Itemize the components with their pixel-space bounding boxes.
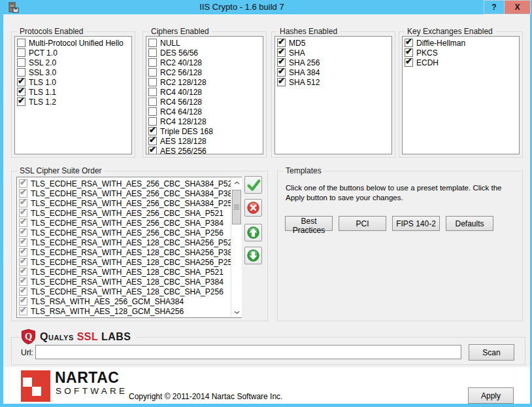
suite-row[interactable]: TLS_ECDHE_RSA_WITH_AES_256_CBC_SHA_P384: [17, 218, 230, 228]
key-exchanges-group: Key Exchanges Enabled Diffie-Hellman PKC…: [399, 31, 523, 158]
scroll-up-icon[interactable]: [231, 177, 242, 188]
scrollbar-thumb[interactable]: [232, 190, 241, 224]
key-exchange-row[interactable]: PKCS: [403, 48, 519, 58]
suite-row[interactable]: TLS_ECDHE_RSA_WITH_AES_128_CBC_SHA256_P2…: [17, 257, 230, 267]
close-button[interactable]: X: [504, 0, 531, 14]
cipher-row[interactable]: AES 256/256: [146, 146, 263, 154]
protocol-row[interactable]: TLS 1.1: [15, 87, 131, 97]
url-input[interactable]: [35, 345, 461, 359]
checkbox[interactable]: [148, 88, 157, 96]
key-exchange-row[interactable]: ECDH: [403, 58, 519, 67]
suite-label: TLS_ECDHE_RSA_WITH_AES_256_CBC_SHA_P521: [31, 209, 224, 218]
hash-row[interactable]: MD5: [275, 38, 391, 48]
cipher-row[interactable]: AES 128/128: [146, 136, 263, 146]
protocol-row[interactable]: SSL 3.0: [15, 67, 131, 77]
cipher-row[interactable]: RC2 40/128: [146, 58, 263, 67]
svg-text:Q: Q: [25, 331, 32, 342]
apply-button[interactable]: Apply: [468, 387, 514, 404]
cipher-row[interactable]: RC2 56/128: [146, 67, 263, 77]
checkbox[interactable]: [148, 68, 157, 77]
checkbox[interactable]: [148, 78, 157, 86]
suite-row[interactable]: TLS_ECDHE_RSA_WITH_AES_128_CBC_SHA_P521: [17, 267, 230, 277]
suite-row[interactable]: TLS_ECDHE_RSA_WITH_AES_256_CBC_SHA_P521: [17, 208, 230, 218]
cipher-row[interactable]: RC2 128/128: [146, 77, 263, 87]
checkbox-label: DES 56/56: [160, 48, 198, 58]
title-bar[interactable]: IIS Crypto - 1.6 build 7 ? X: [0, 0, 532, 14]
suite-row[interactable]: TLS_ECDHE_RSA_WITH_AES_256_CBC_SHA_P256: [17, 228, 230, 238]
checkbox[interactable]: [17, 97, 25, 106]
template-button[interactable]: FIPS 140-2: [392, 216, 440, 231]
key-exchange-row[interactable]: Diffie-Hellman: [403, 38, 519, 48]
checkbox-label: SHA 384: [289, 68, 320, 77]
move-down-button[interactable]: [244, 247, 262, 264]
hash-row[interactable]: SHA 512: [275, 77, 391, 87]
key-exchanges-list: Diffie-Hellman PKCS ECDH: [402, 36, 520, 154]
checkbox[interactable]: [17, 39, 25, 47]
checkbox[interactable]: [17, 48, 25, 57]
protocol-row[interactable]: SSL 2.0: [15, 58, 131, 67]
hashes-group: Hashes Enabled MD5 SHA SHA 25: [271, 31, 395, 158]
suite-row[interactable]: TLS_ECDHE_RSA_WITH_AES_128_CBC_SHA256_P5…: [17, 238, 230, 247]
protocols-group-label: Protocols Enabled: [17, 27, 86, 36]
protocol-row[interactable]: TLS 1.0: [15, 77, 131, 87]
suite-label: TLS_ECDHE_RSA_WITH_AES_128_CBC_SHA256_P2…: [31, 258, 237, 267]
checkbox[interactable]: [405, 58, 413, 67]
checkbox[interactable]: [277, 78, 286, 86]
checkbox-label: PKCS: [416, 48, 438, 58]
move-up-button[interactable]: [244, 224, 262, 241]
scroll-down-icon[interactable]: [231, 307, 242, 317]
checkbox-label: Multi-Protocol Unified Hello: [29, 39, 124, 48]
suite-row[interactable]: TLS_ECDHE_RSA_WITH_AES_256_CBC_SHA384_P3…: [17, 188, 230, 198]
hash-row[interactable]: SHA 384: [275, 67, 391, 77]
checkbox-label: MD5: [289, 39, 305, 48]
cipher-row[interactable]: RC4 56/128: [146, 97, 263, 107]
qualys-ssl-labs-logo: Q Qualys SSL LABS: [20, 328, 137, 345]
suite-order-group: SSL Cipher Suite Order TLS_ECDHE_RSA_WIT…: [11, 171, 268, 321]
key-exchanges-group-label: Key Exchanges Enabled: [405, 27, 495, 36]
protocol-row[interactable]: PCT 1.0: [15, 48, 131, 58]
scan-button[interactable]: Scan: [469, 344, 514, 361]
checkbox[interactable]: [148, 48, 157, 57]
help-button[interactable]: ?: [484, 0, 505, 14]
suite-row[interactable]: TLS_ECDHE_RSA_WITH_AES_128_CBC_SHA256_P3…: [17, 247, 230, 257]
checkbox[interactable]: [148, 147, 157, 154]
suite-row[interactable]: TLS_ECDHE_RSA_WITH_AES_256_CBC_SHA384_P2…: [17, 198, 230, 208]
suite-list-scrollbar[interactable]: [231, 177, 242, 317]
template-button[interactable]: Defaults: [446, 216, 493, 231]
ssl-labs-group: Q Qualys SSL LABS Url: Scan: [11, 337, 525, 365]
nartac-brand-name: NARTAC: [55, 369, 119, 387]
uncheck-all-button[interactable]: [244, 199, 262, 217]
cipher-row[interactable]: RC4 64/128: [146, 107, 263, 116]
checkbox[interactable]: [148, 58, 157, 67]
checkbox[interactable]: [148, 39, 157, 47]
protocol-row[interactable]: TLS 1.2: [15, 97, 131, 107]
suite-label: TLS_ECDHE_RSA_WITH_AES_256_CBC_SHA384_P5…: [31, 179, 237, 188]
suite-row[interactable]: TLS_ECDHE_RSA_WITH_AES_256_CBC_SHA384_P5…: [17, 179, 230, 188]
check-all-button[interactable]: [244, 176, 262, 194]
cipher-row[interactable]: NULL: [146, 38, 263, 48]
checkbox[interactable]: [148, 107, 157, 116]
checkbox-label: SHA 256: [289, 58, 320, 67]
brand-labs: LABS: [101, 331, 131, 342]
hash-row[interactable]: SHA: [275, 48, 391, 58]
checkbox[interactable]: [17, 58, 25, 67]
suite-label: TLS_ECDHE_RSA_WITH_AES_256_CBC_SHA384_P2…: [31, 199, 237, 208]
checkbox[interactable]: [19, 307, 27, 315]
suite-row[interactable]: TLS_ECDHE_RSA_WITH_AES_128_CBC_SHA_P256: [17, 287, 230, 296]
ciphers-list: NULL DES 56/56 RC2 40/128 RC2 56: [146, 36, 263, 154]
template-button[interactable]: PCI: [339, 216, 386, 231]
cipher-row[interactable]: DES 56/56: [146, 48, 263, 58]
template-button[interactable]: Best Practices: [285, 216, 333, 231]
suite-row[interactable]: TLS_ECDHE_RSA_WITH_AES_128_CBC_SHA_P384: [17, 277, 230, 287]
checkbox-label: SHA: [289, 48, 305, 58]
hash-row[interactable]: SHA 256: [275, 58, 391, 67]
checkbox-label: RC4 64/128: [160, 107, 202, 116]
cipher-row[interactable]: RC4 128/128: [146, 116, 263, 126]
suite-row[interactable]: TLS_RSA_WITH_AES_128_GCM_SHA256: [17, 306, 230, 316]
cipher-row[interactable]: Triple DES 168: [146, 126, 263, 136]
checkbox[interactable]: [148, 97, 157, 106]
suite-order-group-label: SSL Cipher Suite Order: [17, 166, 105, 175]
protocol-row[interactable]: Multi-Protocol Unified Hello: [15, 38, 131, 48]
suite-row[interactable]: TLS_RSA_WITH_AES_256_GCM_SHA384: [17, 296, 230, 306]
cipher-row[interactable]: RC4 40/128: [146, 87, 263, 97]
